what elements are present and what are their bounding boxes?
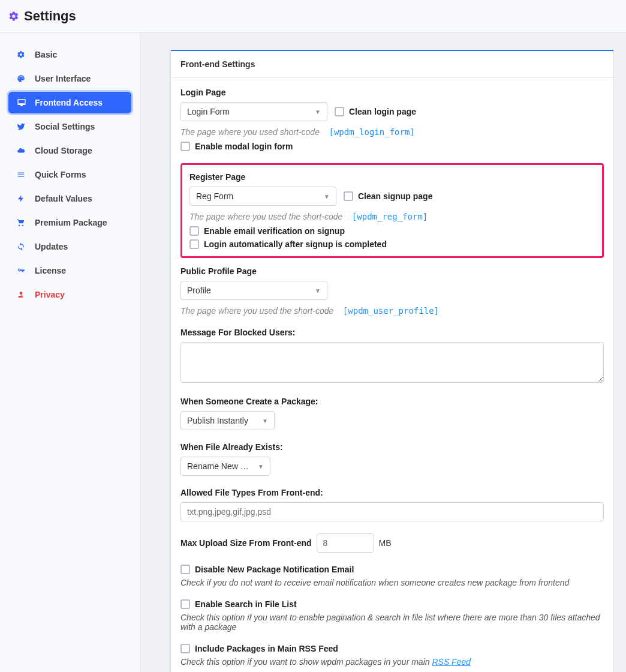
login-help-text: The page where you used short-code [wpdm… (180, 127, 604, 137)
checkbox-input[interactable] (335, 107, 344, 116)
sidebar-item-label: Cloud Storage (35, 146, 92, 155)
cloud-icon (17, 146, 28, 155)
sidebar-item-cloud-storage[interactable]: Cloud Storage (8, 140, 131, 161)
sidebar-item-social-settings[interactable]: Social Settings (8, 116, 131, 137)
settings-panel: Front-end Settings Login Page Login Form… (170, 50, 614, 672)
bolt-icon (17, 194, 28, 203)
profile-page-select[interactable]: Profile ▼ (180, 281, 327, 300)
checkbox-input[interactable] (180, 565, 190, 574)
file-exists-label: When File Already Exists: (180, 442, 604, 452)
cart-icon (17, 218, 28, 227)
user-lock-icon (17, 290, 28, 299)
checkbox-label: Enable modal login form (195, 142, 293, 151)
caret-down-icon: ▼ (315, 109, 321, 115)
list-icon (17, 170, 28, 179)
email-verification-checkbox[interactable]: Enable email verification on signup (189, 226, 595, 236)
blocked-message-textarea[interactable] (180, 342, 604, 383)
sidebar-item-label: Social Settings (35, 122, 95, 131)
checkbox-label: Clean signup page (358, 191, 432, 201)
enable-search-hint: Check this option if you want to enable … (180, 613, 604, 632)
checkbox-input[interactable] (180, 142, 190, 151)
checkbox-input[interactable] (344, 191, 353, 201)
monitor-icon (17, 98, 28, 107)
login-page-select[interactable]: Login Form ▼ (180, 102, 327, 121)
sidebar-item-label: User Interface (35, 74, 91, 83)
shortcode: [wpdm_user_profile] (343, 306, 439, 316)
sidebar-item-quick-forms[interactable]: Quick Forms (8, 164, 131, 185)
sidebar-item-label: Premium Package (35, 218, 107, 227)
sidebar-item-label: Updates (35, 242, 68, 251)
page-title: Settings (24, 8, 76, 24)
sidebar-item-label: Frontend Access (35, 98, 103, 107)
shortcode: [wpdm_reg_form] (352, 212, 428, 221)
checkbox-label: Include Packages in Main RSS Feed (195, 644, 338, 653)
create-package-select[interactable]: Publish Instantly ▼ (180, 411, 275, 430)
profile-page-label: Public Profile Page (180, 266, 604, 276)
profile-help-text: The page where you used the short-code [… (180, 306, 604, 316)
sidebar-item-basic[interactable]: Basic (8, 44, 131, 65)
disable-notification-hint: Check if you do not want to receive emai… (180, 578, 604, 587)
login-page-section: Login Page Login Form ▼ Clean login page… (180, 88, 604, 151)
register-page-section: Register Page Reg Form ▼ Clean signup pa… (180, 163, 604, 258)
rss-feed-link[interactable]: RSS Feed (432, 657, 471, 667)
sidebar-item-privacy[interactable]: Privacy (8, 284, 131, 305)
sidebar-item-premium-package[interactable]: Premium Package (8, 212, 131, 233)
checkbox-input[interactable] (180, 644, 190, 653)
sidebar-item-label: Basic (35, 50, 57, 59)
panel-title: Front-end Settings (171, 51, 613, 78)
sidebar-item-user-interface[interactable]: User Interface (8, 68, 131, 89)
caret-down-icon: ▼ (315, 287, 321, 294)
header: Settings (0, 0, 626, 33)
file-exists-section: When File Already Exists: Rename New F… … (180, 442, 604, 476)
rss-checkbox[interactable]: Include Packages in Main RSS Feed (180, 644, 604, 653)
sidebar-item-label: Privacy (35, 290, 65, 299)
select-value: Publish Instantly (187, 416, 248, 425)
file-exists-select[interactable]: Rename New F… ▼ (180, 457, 270, 476)
disable-notification-section: Disable New Package Notification Email C… (180, 565, 604, 587)
sync-icon (17, 242, 28, 251)
modal-login-checkbox[interactable]: Enable modal login form (180, 142, 604, 151)
max-upload-input[interactable] (317, 533, 374, 553)
clean-login-checkbox[interactable]: Clean login page (335, 107, 416, 116)
sidebar-item-frontend-access[interactable]: Frontend Access (8, 92, 131, 113)
create-package-label: When Someone Create a Package: (180, 397, 604, 406)
key-icon (17, 266, 28, 275)
max-upload-label: Max Upload Size From Front-end (180, 538, 312, 548)
select-value: Reg Form (196, 191, 233, 201)
allowed-types-label: Allowed File Types From Front-end: (180, 488, 604, 497)
sidebar-item-default-values[interactable]: Default Values (8, 188, 131, 209)
select-value: Profile (187, 286, 211, 295)
gear-icon (17, 50, 28, 59)
max-upload-unit: MB (379, 538, 392, 548)
blocked-message-section: Message For Blocked Users: (180, 328, 604, 385)
rss-section: Include Packages in Main RSS Feed Check … (180, 644, 604, 667)
profile-page-section: Public Profile Page Profile ▼ The page w… (180, 266, 604, 316)
twitter-icon (17, 122, 28, 131)
checkbox-label: Disable New Package Notification Email (195, 565, 354, 574)
register-page-select[interactable]: Reg Form ▼ (189, 187, 336, 206)
checkbox-input[interactable] (189, 226, 199, 236)
select-value: Rename New F… (187, 461, 253, 471)
sidebar: Basic User Interface Frontend Access Soc… (0, 33, 140, 672)
sidebar-item-updates[interactable]: Updates (8, 236, 131, 257)
enable-search-checkbox[interactable]: Enable Search in File List (180, 599, 604, 609)
disable-notification-checkbox[interactable]: Disable New Package Notification Email (180, 565, 604, 574)
sidebar-item-label: Default Values (35, 194, 92, 203)
select-value: Login Form (187, 107, 230, 116)
checkbox-label: Clean login page (349, 107, 416, 116)
caret-down-icon: ▼ (258, 463, 264, 470)
checkbox-input[interactable] (180, 599, 190, 609)
sidebar-item-license[interactable]: License (8, 260, 131, 281)
allowed-types-input[interactable] (180, 502, 604, 521)
main-content: Front-end Settings Login Page Login Form… (140, 33, 626, 672)
clean-signup-checkbox[interactable]: Clean signup page (344, 191, 432, 201)
checkbox-label: Enable Search in File List (195, 599, 297, 609)
allowed-types-section: Allowed File Types From Front-end: (180, 488, 604, 521)
max-upload-section: Max Upload Size From Front-end MB (180, 533, 604, 553)
auto-login-checkbox[interactable]: Login automatically after signup is comp… (189, 239, 595, 249)
sidebar-item-label: Quick Forms (35, 170, 86, 179)
login-page-label: Login Page (180, 88, 604, 97)
shortcode: [wpdm_login_form] (329, 127, 415, 137)
checkbox-input[interactable] (189, 239, 199, 249)
caret-down-icon: ▼ (262, 418, 268, 424)
